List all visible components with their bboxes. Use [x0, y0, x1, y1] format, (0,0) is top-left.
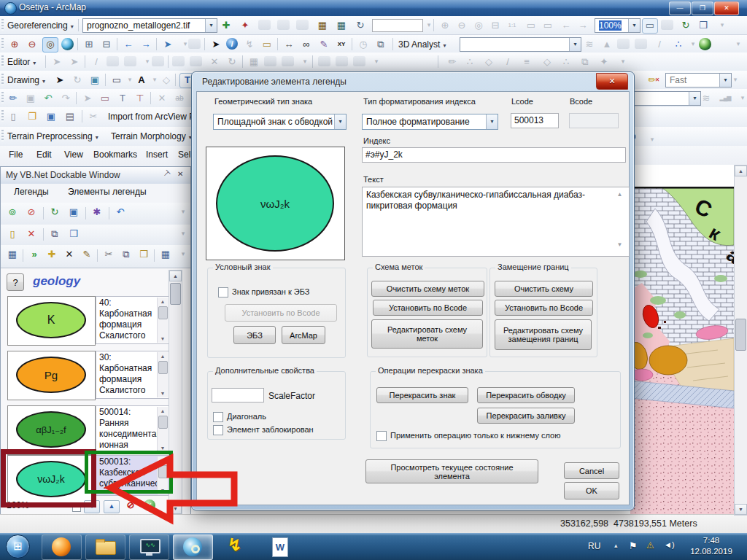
delete-element-icon[interactable]: ✕: [62, 247, 77, 261]
scroll-up-icon[interactable]: ▲: [169, 271, 182, 281]
toolbar-overflow-icon[interactable]: ▾: [731, 37, 746, 51]
clock[interactable]: 7:48 12.08.2019: [681, 535, 741, 557]
table-icon[interactable]: ▦: [5, 247, 20, 261]
image-icon[interactable]: ▣: [66, 205, 81, 219]
sample-dots-icon[interactable]: ∴: [559, 55, 573, 69]
set-labels-by-bcode-button[interactable]: Установить по Bcode: [373, 300, 483, 316]
scale-factor-field[interactable]: [212, 388, 264, 402]
interpolate-line-icon[interactable]: /: [652, 37, 667, 51]
taskbar-firefox-button[interactable]: [42, 534, 82, 560]
set-by-bcode-button-disabled[interactable]: Установить по Bcode: [225, 304, 337, 322]
endpoint-arc-icon[interactable]: [107, 56, 119, 66]
rotate-feature-icon[interactable]: ↻: [225, 55, 239, 69]
paint-brush-icon[interactable]: ✏: [445, 55, 460, 69]
histogram-icon[interactable]: ▂▄▆: [718, 91, 732, 105]
new-document-icon[interactable]: ▯: [6, 109, 20, 123]
editor-menu[interactable]: Editor▾: [7, 55, 36, 69]
bcode-field[interactable]: [569, 113, 619, 128]
pencil-edit-icon[interactable]: ✏: [6, 91, 20, 105]
legend-text-cell[interactable]: 40:Карбонатная формацияСкалистого ▲▼: [96, 296, 169, 344]
clear-border-scheme-button[interactable]: Очистить схему: [495, 281, 593, 297]
page-zoom-combobox[interactable]: 100%▾: [595, 18, 640, 33]
select-elements-icon[interactable]: ➤: [209, 37, 223, 51]
taskbar-winamp-button[interactable]: ↯: [217, 534, 255, 559]
toolbar-overflow-icon[interactable]: ▾: [298, 55, 312, 69]
toolbar-overflow-icon[interactable]: ▾: [728, 73, 743, 87]
redo-icon[interactable]: ↷: [58, 91, 73, 105]
close-button[interactable]: ✕: [714, 1, 739, 15]
layers-copy-icon[interactable]: ⧉: [578, 55, 592, 69]
recolor-symbol-button[interactable]: Перекрасить знак: [376, 387, 468, 403]
refresh-icon[interactable]: ↻: [47, 205, 62, 219]
menu-selection-clipped[interactable]: Sel: [178, 149, 190, 160]
profile-graph-icon[interactable]: [635, 39, 647, 49]
pushpin-icon[interactable]: ⊤: [133, 91, 147, 105]
zoom-in-page-icon[interactable]: ⊕: [438, 18, 452, 32]
edit-border-scheme-button[interactable]: Редактировать схему замещения границ: [495, 319, 592, 350]
legend-text-cell[interactable]: 30:Карбонатная формацияСкалистого ▲▼: [96, 351, 169, 399]
undo-icon[interactable]: ↶: [41, 91, 55, 105]
ebz-button[interactable]: ЭБЗ: [233, 326, 276, 344]
mini-scrollbar[interactable]: ▲▼: [157, 407, 168, 452]
pan-tool-icon[interactable]: ◎: [42, 37, 58, 52]
toolbar-overflow-icon[interactable]: ▾: [176, 227, 190, 241]
toolbar-overflow-icon[interactable]: ▾: [422, 18, 436, 32]
data-view-toggle-icon[interactable]: ▭: [642, 18, 658, 34]
select-elements-icon[interactable]: ➤: [53, 73, 67, 87]
measure-icon[interactable]: ↔: [282, 37, 296, 51]
taskbar-arcmap-button[interactable]: [173, 534, 213, 560]
tab-legends[interactable]: Легенды: [14, 187, 49, 197]
terrain-morphology-menu[interactable]: Terrain Morphology▾: [111, 130, 192, 143]
print-icon[interactable]: ▤: [63, 109, 77, 123]
reshape-icon[interactable]: [172, 56, 185, 66]
ok-button[interactable]: OK: [564, 482, 619, 499]
start-button[interactable]: ⊞: [6, 534, 30, 559]
grid-view-icon[interactable]: ▦: [158, 247, 173, 261]
html-popup-icon[interactable]: ▭: [260, 37, 274, 51]
toolbar-overflow-icon[interactable]: ▾: [616, 55, 630, 69]
toolbar-overflow-icon[interactable]: ▾: [176, 247, 190, 261]
toolbar-overflow-icon[interactable]: ▾: [735, 91, 747, 105]
geom-type-combobox[interactable]: Площадной знак с обводкой▾: [213, 114, 347, 130]
add-control-points-icon[interactable]: ✚: [219, 18, 233, 32]
paint-dots-icon[interactable]: ∴: [462, 55, 477, 69]
menu-bookmarks[interactable]: Bookmarks: [93, 149, 137, 160]
menu-edit[interactable]: Edit: [36, 149, 52, 160]
edit-annotation-icon[interactable]: ➤: [67, 55, 82, 69]
textarea-down-icon[interactable]: ▼: [615, 240, 624, 249]
eraser-icon[interactable]: ◇: [540, 55, 554, 69]
chevron-down-icon[interactable]: ▾: [686, 37, 700, 51]
unplaced-labels-icon[interactable]: ab: [172, 91, 187, 105]
toolbar-overflow-icon[interactable]: ▾: [645, 133, 659, 147]
rotate-element-icon[interactable]: ↻: [70, 73, 85, 87]
copy-page-icon[interactable]: ⧉: [47, 227, 62, 241]
recolor-fill-button[interactable]: Перекрасить заливку: [477, 408, 575, 424]
help-button[interactable]: ?: [7, 273, 24, 291]
georeferencing-menu[interactable]: Georeferencing▾: [7, 19, 74, 32]
create-features-icon[interactable]: [282, 56, 294, 66]
maximize-button[interactable]: ❐: [692, 1, 713, 15]
forward-extent-icon[interactable]: →: [139, 37, 153, 51]
fill-bucket-icon[interactable]: ◇: [481, 55, 496, 69]
hyperlink-icon[interactable]: ↯: [242, 37, 257, 51]
tab-legend-elements[interactable]: Элементы легенды: [68, 187, 147, 197]
dock-header[interactable]: My VB.Net Dockable Window ⊤ ✕: [1, 167, 190, 184]
index-field[interactable]: #э#yJ_2k: [362, 147, 626, 163]
fit-to-margins-icon[interactable]: ▭: [524, 18, 538, 32]
interpolate-contour-icon[interactable]: ≋: [582, 37, 597, 51]
paste-icon[interactable]: ❒: [136, 247, 151, 261]
3d-analyst-menu[interactable]: 3D Analyst▾: [398, 38, 446, 51]
line-style-icon[interactable]: /: [500, 55, 515, 69]
zoom-out-icon[interactable]: ⊖: [25, 37, 39, 51]
hillshade-icon[interactable]: ▲: [600, 37, 614, 51]
right-combobox[interactable]: ▾: [629, 91, 701, 106]
pin-icon[interactable]: ⊤: [160, 168, 172, 180]
tray-expand-icon[interactable]: ▴: [614, 542, 618, 549]
cut-icon[interactable]: ✂: [86, 109, 101, 123]
map-canvas[interactable]: С к а: [630, 165, 734, 514]
back-extent-page-icon[interactable]: ←: [559, 18, 573, 32]
forward-extent-page-icon[interactable]: →: [576, 18, 590, 32]
copy-icon[interactable]: ⧉: [119, 247, 133, 261]
layer-combobox[interactable]: prognozno_metallogen2.tif▾: [82, 18, 217, 33]
attributes-icon[interactable]: ▦: [247, 55, 261, 69]
